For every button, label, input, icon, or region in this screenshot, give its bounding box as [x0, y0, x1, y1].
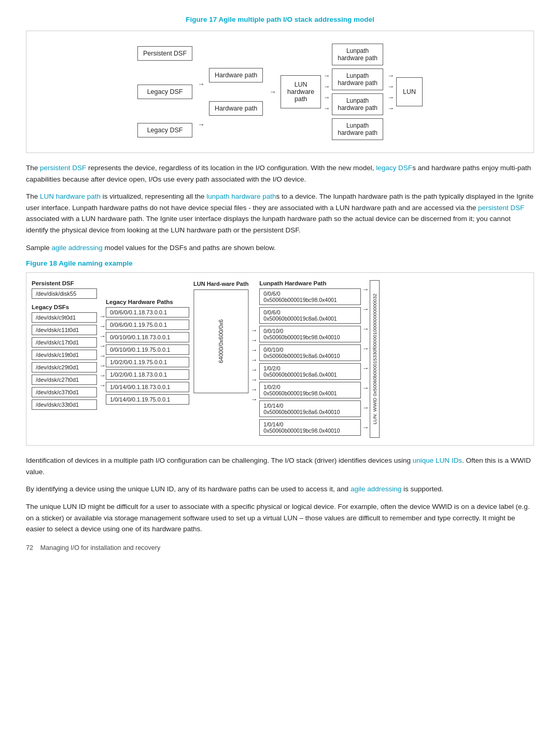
- lunpath4-box: Lunpath hardware path: [332, 118, 383, 140]
- lun-right-arrow: →: [362, 305, 369, 313]
- lun-right-arrow: →: [362, 285, 369, 293]
- lun-id-vert: LUN: WWID 0x50060b000015330f000001000000…: [370, 280, 380, 438]
- lunpath-row: 1/0/2/00x50060b000019c8a6.0x4001: [259, 363, 361, 380]
- legacy-row-arrow: →: [99, 312, 106, 320]
- persistent-dsf-box: Persistent DSF: [137, 46, 192, 61]
- link-persistent-dsf2[interactable]: persistent DSF: [478, 204, 524, 212]
- lunpath-row: 1/0/14/00x50060b000019bc98.0x40010: [259, 419, 361, 436]
- link-legacy-dsf[interactable]: legacy DSF: [376, 164, 412, 172]
- legacy-dsf-row: /dev/dsk/c19t0d1: [32, 350, 97, 360]
- link-agile-addressing2[interactable]: agile addressing: [351, 485, 401, 493]
- page-number: 72: [26, 544, 33, 551]
- fig18-title: Figure 18 Agile naming example: [26, 259, 534, 267]
- legacy-hw-row: 0/0/10/0/0.1.19.75.0.0.1: [106, 344, 189, 355]
- legacy-dsf-row: /dev/dsk/c17t0d1: [32, 337, 97, 348]
- legacy-dsf2-box: Legacy DSF: [137, 123, 192, 137]
- lunpath-row: 0/0/10/00x50060b000019bc98.0x40010: [259, 326, 361, 342]
- arrow2: →: [195, 120, 207, 129]
- prose1-mid1: represents the device, regardless of its…: [86, 164, 376, 172]
- legacy-hw-row: 1/0/2/0/0.1.18.73.0.0.1: [106, 369, 189, 380]
- fig17-title: Figure 17 Agile multiple path I/O stack …: [26, 16, 534, 23]
- link-persistent-dsf[interactable]: persistent DSF: [40, 164, 86, 172]
- hw-path1-box: Hardware path: [209, 68, 263, 82]
- legacy-hw-row: 0/0/6/0/0.1.19.75.0.0.1: [106, 320, 189, 330]
- lunpath2-box: Lunpath hardware path: [332, 68, 383, 90]
- legacy-dsf-row: /dev/dsk/c37t0d1: [32, 387, 97, 397]
- lunpath-row: 0/0/10/00x50060b000019c8a6.0x40010: [259, 344, 361, 361]
- legacy-dsf-row: /dev/dsk/c9t0d1: [32, 312, 97, 323]
- prose2-mid3: associated with a LUN hardware path. The…: [26, 215, 511, 234]
- lun-right-arrow: →: [362, 325, 369, 333]
- legacy-dsf-row: /dev/dsk/c29t0d1: [32, 362, 97, 372]
- lun-box: LUN: [396, 77, 423, 106]
- legacy-dsf-row: /dev/dsk/c33t0d1: [32, 399, 97, 410]
- lun-arrow: →: [250, 385, 257, 393]
- prose-b-para2: By identifying a device using the unique…: [26, 483, 534, 495]
- lun-right-arrow: →: [362, 364, 369, 372]
- lun-arrow: →: [250, 336, 257, 344]
- lunpath-row: 1/0/14/00x50060b000019c8a6.0x40010: [259, 400, 361, 417]
- col-legacy-dsfs-label: Legacy DSFs: [32, 304, 97, 310]
- lun-arrow: →: [250, 395, 257, 403]
- legacy-row-arrow: →: [99, 332, 106, 340]
- prose3-pre: Sample: [26, 244, 52, 252]
- prose2-mid1: is virtualized, representing all the: [101, 192, 206, 200]
- persistent-dsf-val-box: /dev/disk/disk55: [32, 288, 97, 299]
- arrow6: →: [323, 93, 330, 101]
- prose-b2-post: is supported.: [401, 485, 443, 493]
- legacy-row-arrow: →: [99, 342, 106, 350]
- arrow4: →: [323, 72, 330, 79]
- lunpath-row: 1/0/2/00x50060b000019bc98.0x4001: [259, 382, 361, 398]
- prose-b-para3: The unique LUN ID might be difficult for…: [26, 501, 534, 535]
- legacy-row-arrow: →: [99, 381, 106, 389]
- link-lunpath-hw-path[interactable]: lunpath hardware path: [206, 192, 276, 200]
- legacy-hw-row: 0/0/6/0/0.1.18.73.0.0.1: [106, 307, 189, 317]
- arrow1: →: [195, 80, 207, 88]
- prose3-post: model values for the DSFs and paths are …: [103, 244, 276, 252]
- legacy-hw-row: 1/0/14/0/0.1.19.75.0.0.1: [106, 394, 189, 405]
- col-lun-hw-label: LUN Hard-ware Path: [193, 280, 248, 287]
- prose-b1-pre: Identification of devices in a multiple …: [26, 457, 413, 464]
- prose-b2-pre: By identifying a device using the unique…: [26, 485, 351, 493]
- prose1-pre1: The: [26, 164, 40, 172]
- arrow5: →: [323, 82, 330, 90]
- legacy-row-arrow: →: [99, 362, 106, 369]
- lunpath3-box: Lunpath hardware path: [332, 93, 383, 115]
- prose-para1: The persistent DSF represents the device…: [26, 162, 534, 185]
- col-lunpath-hw-label: Lunpath Hardware Path: [259, 280, 361, 286]
- footer-text: Managing I/O for installation and recove…: [40, 544, 160, 551]
- lun-hw-path-box: LUN hardware path: [281, 75, 321, 108]
- fig18-diagram: Persistent DSF /dev/disk/disk55 Legacy D…: [26, 272, 534, 446]
- col-legacy-hw-label: Legacy Hardware Paths: [106, 299, 189, 305]
- lun-arrow: →: [250, 346, 257, 354]
- link-unique-lun-ids[interactable]: unique LUN IDs: [413, 457, 462, 464]
- legacy-hw-row: 1/0/2/0/0.1.19.75.0.0.1: [106, 357, 189, 367]
- lun-right-arrow: →: [362, 404, 369, 411]
- lunpath1-box: Lunpath hardware path: [332, 44, 383, 65]
- lunpath-row: 0/0/6/00x50060b000019bc98.0x4001: [259, 288, 361, 305]
- lun-right-arrow: →: [362, 423, 369, 431]
- lun-right-arrow: →: [362, 384, 369, 392]
- lun-arrow: →: [250, 326, 257, 334]
- legacy-row-arrow: →: [99, 352, 106, 360]
- prose2-pre: The: [26, 192, 40, 200]
- legacy-row-arrow: →: [99, 322, 106, 330]
- legacy-dsf-row: /dev/dsk/c27t0d1: [32, 375, 97, 385]
- hw-path2-box: Hardware path: [209, 101, 263, 116]
- link-lun-hw-path[interactable]: LUN hardware path: [40, 192, 101, 200]
- legacy-hw-row: 0/0/10/0/0.1.18.73.0.0.1: [106, 332, 189, 342]
- legacy-row-arrow: →: [99, 371, 106, 379]
- legacy-hw-row: 1/0/14/0/0.1.18.73.0.0.1: [106, 382, 189, 392]
- link-agile-addressing[interactable]: agile addressing: [52, 244, 103, 252]
- arrow3: →: [267, 88, 278, 96]
- lun-right-arrow: →: [362, 344, 369, 352]
- prose-para2: The LUN hardware path is virtualized, re…: [26, 191, 534, 236]
- legacy-dsf1-box: Legacy DSF: [137, 85, 192, 99]
- page-footer: 72 Managing I/O for installation and rec…: [26, 544, 534, 551]
- arrow7: →: [323, 104, 330, 112]
- lun-arrow: →: [250, 356, 257, 364]
- lun-hw-center-box: 64000/0x600/0x6: [193, 289, 248, 393]
- lun-arrow: →: [250, 376, 257, 383]
- legacy-dsf-row: /dev/dsk/c11t0d1: [32, 325, 97, 335]
- fig17-diagram: Persistent DSF Legacy DSF Legacy DSF → →…: [26, 31, 534, 153]
